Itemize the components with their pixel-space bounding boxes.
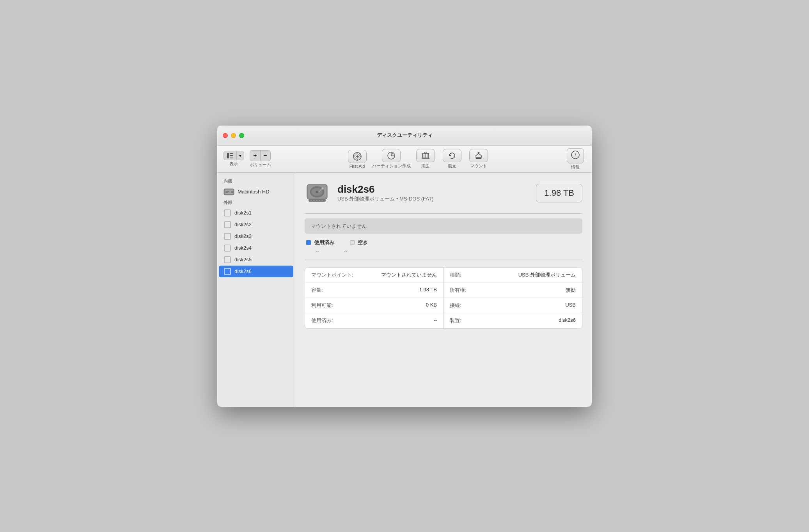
volume-label: ボリューム (250, 162, 271, 168)
firstaid-btn[interactable] (348, 150, 367, 163)
svg-rect-26 (224, 210, 231, 216)
mount-status-text: マウントされていません (311, 223, 367, 229)
disk-subtitle: USB 外部物理ボリューム • MS-DOS (FAT) (337, 195, 528, 202)
svg-rect-1 (230, 153, 233, 154)
free-label: 空き (358, 239, 368, 246)
used-detail-label: 使用済み: (311, 317, 358, 324)
svg-rect-44 (321, 200, 323, 201)
sidebar-item-disk2s4[interactable]: disk2s4 (217, 242, 295, 254)
svg-rect-43 (319, 200, 320, 201)
sidebar-disk2s6-label: disk2s6 (234, 268, 252, 274)
sidebar-item-disk2s6[interactable]: disk2s6 (219, 266, 293, 277)
free-item: 空き (350, 239, 368, 246)
view-toolbar-item: ▾ 表示 (222, 151, 245, 167)
svg-point-23 (232, 191, 233, 192)
main-panel: disk2s6 USB 外部物理ボリューム • MS-DOS (FAT) 1.9… (295, 173, 592, 407)
svg-rect-31 (224, 268, 231, 275)
svg-rect-40 (310, 200, 312, 201)
firstaid-label: First Aid (350, 164, 365, 168)
restore-label: 復元 (448, 163, 456, 169)
maximize-button[interactable] (239, 133, 244, 138)
svg-rect-30 (224, 257, 231, 263)
view-label: 表示 (229, 161, 238, 167)
info-toolbar-item: i 情報 (564, 148, 587, 170)
volume-icon (224, 244, 231, 252)
restore-toolbar-item: 復元 (440, 149, 464, 169)
volume-icon (224, 232, 231, 240)
detail-row-mountpoint: マウントポイント: マウントされていません (305, 268, 444, 283)
device-value: disk2s6 (497, 317, 576, 325)
detail-row-capacity: 容量: 1.98 TB (305, 283, 444, 298)
sidebar-disk2s5-label: disk2s5 (234, 257, 252, 262)
info-label: 情報 (571, 164, 580, 170)
mount-btn[interactable] (469, 149, 488, 162)
divider-1 (305, 213, 582, 214)
sidebar-disk2s2-label: disk2s2 (234, 222, 252, 227)
disk-header: disk2s6 USB 外部物理ボリューム • MS-DOS (FAT) 1.9… (305, 181, 582, 206)
sidebar-disk2s1-label: disk2s1 (234, 210, 252, 216)
partition-label: パーティション作成 (372, 163, 411, 169)
details-table: マウントポイント: マウントされていません 種類: USB 外部物理ボリューム … (305, 267, 582, 329)
partition-btn[interactable] (382, 149, 401, 162)
ownership-label: 所有権: (450, 287, 497, 294)
view-segment[interactable]: ▾ (224, 151, 244, 160)
detail-row-type: 種類: USB 外部物理ボリューム (444, 268, 582, 283)
mount-toolbar-item: マウント (467, 149, 490, 169)
titlebar: ディスクユーティリティ (217, 126, 592, 146)
volume-icon-selected (224, 268, 231, 275)
sidebar-item-disk2s3[interactable]: disk2s3 (217, 231, 295, 242)
svg-rect-29 (224, 245, 231, 251)
detail-row-available: 利用可能: 0 KB (305, 298, 444, 313)
sidebar-item-disk2s5[interactable]: disk2s5 (217, 254, 295, 266)
close-button[interactable] (223, 133, 228, 138)
sidebar-item-disk2s2[interactable]: disk2s2 (217, 219, 295, 231)
sidebar-item-disk2s1[interactable]: disk2s1 (217, 207, 295, 219)
ownership-value: 無効 (497, 287, 576, 294)
partition-toolbar-item: パーティション作成 (372, 149, 411, 169)
volume-icon (224, 221, 231, 229)
disk-name: disk2s6 (337, 183, 528, 195)
svg-rect-28 (224, 233, 231, 239)
remove-volume-btn[interactable]: − (261, 151, 270, 161)
sidebar-disk2s4-label: disk2s4 (234, 245, 252, 251)
svg-text:i: i (575, 152, 576, 158)
internal-section-label: 内蔵 (217, 177, 295, 186)
svg-rect-0 (227, 153, 229, 158)
capacity-value: 1.98 TB (358, 287, 437, 294)
detail-row-device: 装置: disk2s6 (444, 313, 582, 328)
content-area: 内蔵 Macintosh HD 外部 (217, 173, 592, 407)
minimize-button[interactable] (231, 133, 236, 138)
add-volume-btn[interactable]: + (250, 151, 260, 161)
svg-rect-25 (225, 192, 228, 193)
erase-btn[interactable] (416, 149, 435, 162)
used-label: 使用済み (314, 239, 334, 246)
usage-row: 使用済み 空き (305, 239, 582, 246)
disk-size-badge: 1.98 TB (536, 184, 582, 202)
sidebar-toggle-btn[interactable] (224, 151, 237, 160)
view-dropdown-btn[interactable]: ▾ (237, 152, 244, 160)
usage-values-row: -- -- (305, 248, 582, 254)
detail-row-used: 使用済み: -- (305, 313, 444, 328)
used-dot (306, 240, 311, 245)
free-value-item: -- (335, 248, 348, 254)
restore-btn[interactable] (443, 149, 461, 162)
svg-rect-41 (313, 200, 315, 201)
info-btn[interactable]: i (567, 148, 584, 163)
detail-row-connection: 接続: USB (444, 298, 582, 313)
svg-rect-42 (316, 200, 318, 201)
svg-rect-3 (230, 158, 233, 158)
mountpoint-label: マウントポイント: (311, 271, 358, 278)
sidebar: 内蔵 Macintosh HD 外部 (217, 173, 295, 407)
volume-toolbar-item: + − ボリューム (248, 150, 272, 168)
window-title: ディスクユーティリティ (377, 132, 433, 139)
device-label: 装置: (450, 317, 497, 325)
volume-segment[interactable]: + − (250, 150, 271, 161)
disk-image (305, 181, 330, 206)
mountpoint-value: マウントされていません (358, 271, 437, 278)
mount-label: マウント (470, 163, 487, 169)
used-detail-value: -- (358, 317, 437, 324)
type-value: USB 外部物理ボリューム (497, 271, 576, 278)
erase-toolbar-item: 消去 (414, 149, 437, 169)
svg-rect-2 (230, 155, 233, 156)
sidebar-item-macintosh-hd[interactable]: Macintosh HD (217, 186, 295, 198)
